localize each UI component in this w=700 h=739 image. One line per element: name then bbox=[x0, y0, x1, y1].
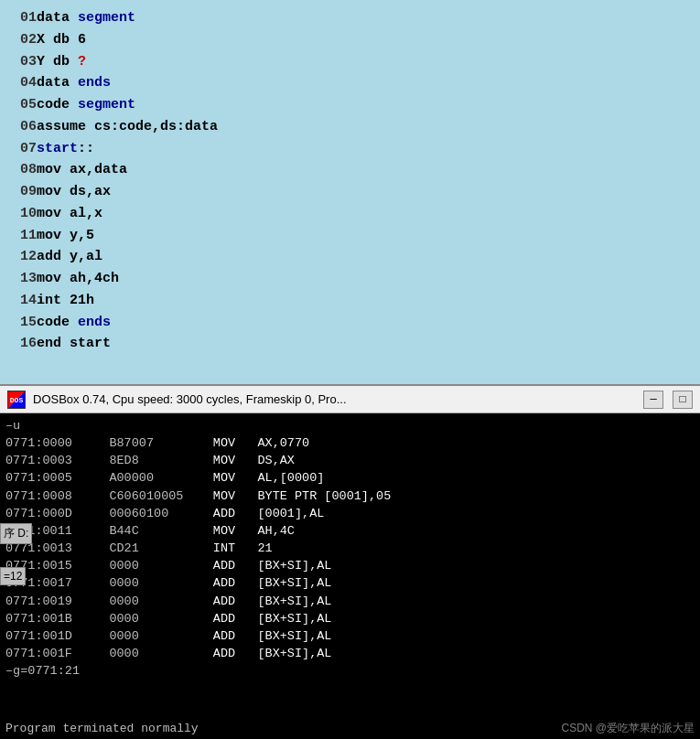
minimize-button[interactable]: — bbox=[643, 391, 663, 409]
line-number: 06 bbox=[9, 116, 37, 138]
line-code: mov ah,4ch bbox=[37, 268, 691, 290]
line-number: 12 bbox=[9, 246, 37, 268]
corner-label: =12 bbox=[0, 567, 26, 585]
code-line: 16 end start bbox=[9, 333, 691, 355]
line-number: 04 bbox=[9, 72, 37, 94]
terminal-line: 0771:0003 8ED8 MOV DS,AX bbox=[5, 452, 695, 469]
maximize-button[interactable]: □ bbox=[673, 391, 693, 409]
terminal-line: 0771:0013 CD21 INT 21 bbox=[5, 540, 695, 557]
code-line: 03 Y db ? bbox=[9, 51, 691, 73]
line-number: 02 bbox=[9, 29, 37, 51]
line-number: 09 bbox=[9, 181, 37, 203]
code-editor: 01 data segment 02 X db 6 03 Y db ? 04 d… bbox=[0, 0, 700, 384]
dosbox-terminal: 序 D: –u0771:0000 B87007 MOV AX,07700771:… bbox=[0, 413, 700, 739]
code-table: 01 data segment 02 X db 6 03 Y db ? 04 d… bbox=[9, 7, 691, 355]
line-number: 10 bbox=[9, 203, 37, 225]
line-code: code segment bbox=[37, 94, 691, 116]
dosbox-wrapper: DOS DOSBox 0.74, Cpu speed: 3000 cycles,… bbox=[0, 384, 700, 739]
side-label: 序 D: bbox=[0, 523, 32, 544]
terminal-line: 0771:0015 0000 ADD [BX+SI],AL bbox=[5, 557, 695, 574]
code-line: 06 assume cs:code,ds:data bbox=[9, 116, 691, 138]
code-line: 02 X db 6 bbox=[9, 29, 691, 51]
code-line: 12 add y,al bbox=[9, 246, 691, 268]
line-number: 03 bbox=[9, 51, 37, 73]
terminal-line: 0771:0000 B87007 MOV AX,0770 bbox=[5, 434, 695, 452]
code-line: 15 code ends bbox=[9, 312, 691, 334]
line-number: 15 bbox=[9, 312, 37, 334]
line-code: add y,al bbox=[37, 246, 691, 268]
line-code: mov ax,data bbox=[37, 159, 691, 181]
code-line: 08 mov ax,data bbox=[9, 159, 691, 181]
dosbox-icon-text: DOS bbox=[8, 391, 25, 410]
terminal-line: –g=0771:21 bbox=[5, 662, 695, 680]
code-line: 13 mov ah,4ch bbox=[9, 268, 691, 290]
line-code: code ends bbox=[37, 312, 691, 334]
terminal-content: –u0771:0000 B87007 MOV AX,07700771:0003 … bbox=[5, 417, 695, 680]
dosbox-title-text: DOSBox 0.74, Cpu speed: 3000 cycles, Fra… bbox=[33, 392, 634, 406]
code-line: 05 code segment bbox=[9, 94, 691, 116]
line-code: mov ds,ax bbox=[37, 181, 691, 203]
line-number: 07 bbox=[9, 138, 37, 160]
line-code: int 21h bbox=[37, 290, 691, 312]
line-number: 11 bbox=[9, 225, 37, 247]
terminal-line: 0771:001D 0000 ADD [BX+SI],AL bbox=[5, 627, 695, 645]
line-code: end start bbox=[37, 333, 691, 355]
line-code: mov al,x bbox=[37, 203, 691, 225]
program-terminated-label: Program terminated normally bbox=[5, 721, 199, 737]
terminal-line: 0771:0019 0000 ADD [BX+SI],AL bbox=[5, 593, 695, 610]
terminal-line: –u bbox=[5, 417, 695, 434]
author-credit: CSDN @爱吃苹果的派大星 bbox=[561, 721, 695, 736]
dosbox-icon: DOS bbox=[7, 391, 26, 409]
dosbox-titlebar: DOS DOSBox 0.74, Cpu speed: 3000 cycles,… bbox=[0, 384, 700, 413]
line-number: 05 bbox=[9, 94, 37, 116]
code-line: 01 data segment bbox=[9, 7, 691, 29]
terminal-line: 0771:0005 A00000 MOV AL,[0000] bbox=[5, 469, 695, 487]
code-line: 10 mov al,x bbox=[9, 203, 691, 225]
terminal-line: 0771:001F 0000 ADD [BX+SI],AL bbox=[5, 645, 695, 662]
bottom-bar: Program terminated normally CSDN @爱吃苹果的派… bbox=[0, 719, 700, 739]
line-number: 13 bbox=[9, 268, 37, 290]
line-code: assume cs:code,ds:data bbox=[37, 116, 691, 138]
code-line: 09 mov ds,ax bbox=[9, 181, 691, 203]
code-line: 11 mov y,5 bbox=[9, 225, 691, 247]
line-code: data ends bbox=[37, 72, 691, 94]
terminal-line: 0771:001B 0000 ADD [BX+SI],AL bbox=[5, 610, 695, 627]
line-code: mov y,5 bbox=[37, 225, 691, 247]
line-number: 08 bbox=[9, 159, 37, 181]
terminal-line: 0771:0008 C606010005 MOV BYTE PTR [0001]… bbox=[5, 487, 695, 505]
code-line: 07 start:: bbox=[9, 138, 691, 160]
line-number: 14 bbox=[9, 290, 37, 312]
line-number: 01 bbox=[9, 7, 37, 29]
line-code: Y db ? bbox=[37, 51, 691, 73]
code-line: 04 data ends bbox=[9, 72, 691, 94]
line-code: data segment bbox=[37, 7, 691, 29]
line-code: X db 6 bbox=[37, 29, 691, 51]
terminal-line: 0771:0017 0000 ADD [BX+SI],AL bbox=[5, 574, 695, 592]
line-code: start:: bbox=[37, 138, 691, 160]
terminal-line: 0771:0011 B44C MOV AH,4C bbox=[5, 522, 695, 540]
line-number: 16 bbox=[9, 333, 37, 355]
code-line: 14 int 21h bbox=[9, 290, 691, 312]
terminal-line: 0771:000D 00060100 ADD [0001],AL bbox=[5, 505, 695, 522]
